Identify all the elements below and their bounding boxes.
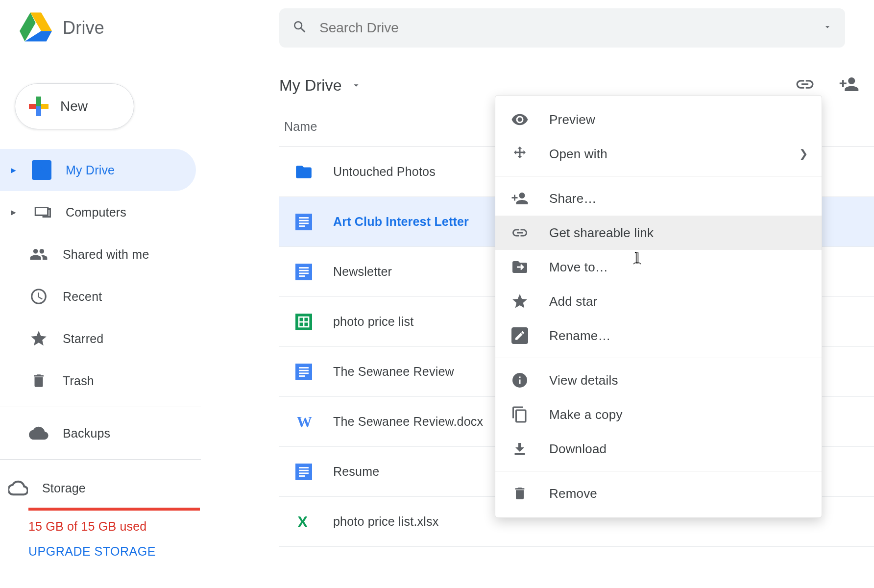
ctx-label: Share… (549, 191, 597, 206)
clock-icon (28, 287, 49, 306)
breadcrumb[interactable]: My Drive (279, 76, 362, 95)
svg-rect-29 (299, 472, 309, 474)
divider (0, 459, 201, 460)
sidebar-item-shared[interactable]: Shared with me (0, 233, 196, 275)
ctx-rename[interactable]: Rename… (495, 318, 822, 353)
doc-icon (294, 464, 314, 480)
expand-caret-icon[interactable]: ▶ (11, 208, 18, 216)
svg-rect-13 (299, 270, 309, 271)
sidebar-item-label: Computers (66, 205, 126, 220)
ctx-label: Make a copy (549, 407, 623, 422)
file-name: Newsletter (333, 265, 392, 279)
ctx-get-link[interactable]: Get shareable link (495, 216, 822, 250)
svg-rect-9 (299, 222, 309, 224)
svg-rect-15 (299, 275, 305, 277)
ctx-label: Get shareable link (549, 225, 654, 241)
divider (495, 176, 822, 176)
file-name: Untouched Photos (333, 165, 436, 179)
storage-section: Storage 15 GB of 15 GB used UPGRADE STOR… (0, 465, 201, 559)
folder-move-icon (510, 258, 530, 276)
brand-name: Drive (63, 18, 104, 38)
chevron-right-icon: ❯ (799, 147, 808, 160)
ctx-label: Move to… (549, 260, 608, 275)
sidebar-item-backups[interactable]: Backups (0, 412, 196, 454)
ctx-star[interactable]: Add star (495, 284, 822, 318)
ctx-preview[interactable]: Preview (495, 102, 822, 137)
breadcrumb-current: My Drive (279, 76, 342, 95)
my-drive-icon (31, 160, 52, 180)
people-icon (28, 245, 49, 264)
cloud-outline-icon (8, 478, 28, 498)
svg-rect-23 (299, 372, 309, 374)
new-button[interactable]: New (15, 83, 134, 129)
ctx-label: View details (549, 373, 618, 388)
storage-label: Storage (42, 481, 86, 495)
file-name: photo price list.xlsx (333, 514, 438, 529)
ctx-share[interactable]: Share… (495, 181, 822, 216)
person-add-icon[interactable] (839, 74, 859, 97)
ctx-label: Open with (549, 147, 607, 162)
search-bar[interactable] (279, 8, 845, 48)
computers-icon (31, 203, 52, 221)
search-input[interactable] (319, 20, 811, 36)
file-name: The Sewanee Review (333, 365, 454, 379)
toolbar (795, 74, 859, 97)
storage-bar (28, 508, 200, 511)
ctx-move[interactable]: Move to… (495, 250, 822, 284)
doc-icon (294, 264, 314, 280)
cloud-icon (28, 423, 49, 443)
main: My Drive Name Untouched Photos (201, 56, 874, 588)
svg-text:W: W (297, 414, 312, 431)
copy-icon (510, 406, 530, 423)
info-icon (510, 371, 530, 389)
sidebar-item-trash[interactable]: Trash (0, 360, 196, 402)
sidebar-item-my-drive[interactable]: ▶ My Drive (0, 149, 196, 191)
svg-rect-28 (299, 469, 309, 471)
word-icon: W (294, 412, 314, 432)
file-name: photo price list (333, 315, 413, 329)
pencil-icon (510, 327, 530, 344)
sidebar-item-computers[interactable]: ▶ Computers (0, 191, 196, 233)
svg-rect-8 (299, 220, 309, 221)
svg-rect-24 (299, 375, 305, 377)
svg-rect-30 (299, 475, 305, 477)
sidebar: New ▶ My Drive ▶ Computers (0, 56, 201, 588)
link-icon[interactable] (795, 74, 815, 97)
upgrade-storage-link[interactable]: UPGRADE STORAGE (28, 544, 201, 559)
brand[interactable]: Drive (20, 11, 279, 45)
svg-rect-26 (295, 464, 312, 480)
ctx-copy[interactable]: Make a copy (495, 397, 822, 432)
ctx-open-with[interactable]: Open with ❯ (495, 137, 822, 171)
sidebar-item-label: Trash (63, 374, 94, 388)
ctx-label: Download (549, 441, 607, 457)
storage-used-text: 15 GB of 15 GB used (28, 519, 201, 534)
excel-icon: X (294, 512, 314, 532)
sidebar-item-label: Backups (63, 426, 110, 441)
svg-text:X: X (297, 514, 308, 531)
new-button-label: New (60, 98, 88, 114)
star-icon (510, 293, 530, 310)
divider (0, 407, 201, 407)
person-add-icon (510, 190, 530, 207)
dropdown-caret-icon[interactable] (823, 22, 832, 34)
svg-rect-22 (299, 369, 309, 371)
ctx-details[interactable]: View details (495, 363, 822, 397)
doc-icon (294, 364, 314, 380)
ctx-label: Add star (549, 294, 597, 309)
plus-icon (29, 97, 49, 116)
ctx-label: Remove (549, 486, 597, 501)
sidebar-item-storage[interactable]: Storage (28, 478, 201, 498)
sidebar-item-starred[interactable]: Starred (0, 318, 196, 360)
header: Drive (0, 0, 874, 56)
cursor-icon (631, 252, 646, 270)
svg-rect-27 (299, 467, 309, 468)
context-menu: Preview Open with ❯ Share… Get shareable… (495, 95, 822, 518)
svg-rect-14 (299, 272, 309, 274)
file-name: The Sewanee Review.docx (333, 415, 483, 429)
sidebar-item-recent[interactable]: Recent (0, 275, 196, 318)
star-icon (28, 329, 49, 348)
eye-icon (510, 111, 530, 128)
ctx-download[interactable]: Download (495, 432, 822, 466)
ctx-remove[interactable]: Remove (495, 476, 822, 511)
expand-caret-icon[interactable]: ▶ (11, 166, 18, 174)
